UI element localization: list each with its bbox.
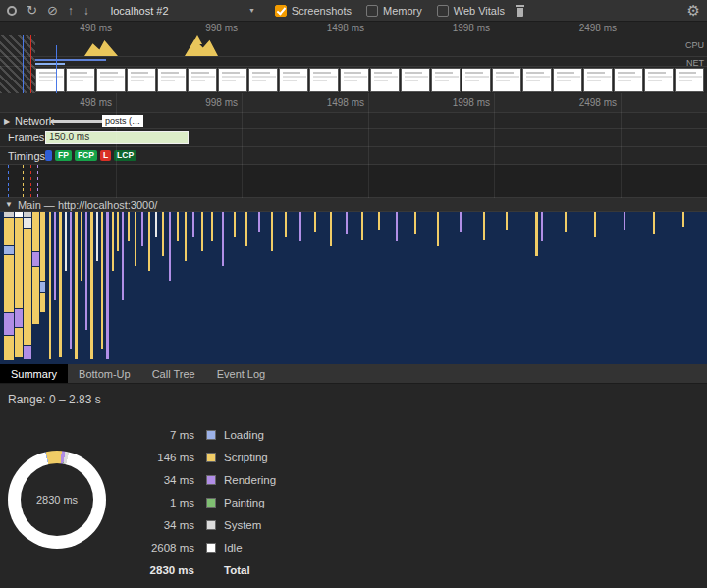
screenshot-thumbnail[interactable] bbox=[35, 68, 65, 92]
flame-event[interactable] bbox=[185, 212, 187, 261]
checkbox-web-vitals[interactable]: Web Vitals bbox=[437, 5, 505, 17]
flame-event[interactable] bbox=[117, 212, 119, 251]
frames-track[interactable]: Frames 150.0 ms bbox=[0, 129, 707, 147]
network-request-chip[interactable]: posts (… bbox=[102, 115, 143, 127]
screenshot-thumbnail[interactable] bbox=[644, 68, 674, 92]
tab-bottom-up[interactable]: Bottom-Up bbox=[68, 364, 141, 383]
flame-event[interactable] bbox=[653, 212, 655, 234]
settings-gear-icon[interactable]: ⚙ bbox=[687, 3, 700, 18]
flame-event[interactable] bbox=[437, 212, 439, 246]
flame-event[interactable] bbox=[258, 212, 260, 232]
screenshot-thumbnail[interactable] bbox=[370, 68, 400, 92]
tab-call-tree[interactable]: Call Tree bbox=[141, 364, 206, 383]
flame-event[interactable] bbox=[330, 212, 332, 246]
record-icon[interactable] bbox=[7, 6, 17, 16]
flame-event[interactable] bbox=[128, 212, 130, 241]
flame-event[interactable] bbox=[285, 212, 287, 237]
flame-event[interactable] bbox=[414, 212, 416, 234]
flame-event[interactable] bbox=[169, 212, 171, 281]
screenshot-thumbnail[interactable] bbox=[340, 68, 369, 92]
screenshot-thumbnail[interactable] bbox=[401, 68, 430, 92]
flame-event[interactable] bbox=[59, 212, 62, 357]
flame-event[interactable] bbox=[565, 212, 567, 232]
flame-event[interactable] bbox=[211, 212, 213, 241]
screenshot-thumbnail[interactable] bbox=[522, 68, 552, 92]
main-flame-chart[interactable] bbox=[0, 212, 707, 364]
flame-stack[interactable] bbox=[4, 212, 14, 361]
flame-event[interactable] bbox=[70, 212, 72, 349]
screenshot-thumbnail[interactable] bbox=[431, 68, 461, 92]
reload-icon[interactable]: ↻ bbox=[27, 4, 37, 17]
timing-marker-dcl[interactable] bbox=[45, 150, 52, 161]
flame-event[interactable] bbox=[506, 212, 508, 230]
flame-event[interactable] bbox=[65, 212, 67, 271]
flame-event[interactable] bbox=[346, 212, 348, 234]
load-profile-icon[interactable]: ↑ bbox=[68, 5, 74, 17]
screenshot-thumbnail[interactable] bbox=[279, 68, 308, 92]
screenshot-thumbnail[interactable] bbox=[462, 68, 491, 92]
timeline-overview[interactable]: 498 ms998 ms1498 ms1998 ms2498 ms CPU NE… bbox=[0, 22, 707, 93]
flame-event[interactable] bbox=[85, 212, 87, 330]
flame-event[interactable] bbox=[81, 212, 82, 281]
flame-event[interactable] bbox=[299, 212, 301, 241]
flame-event[interactable] bbox=[162, 212, 164, 256]
flame-stack[interactable] bbox=[40, 212, 45, 313]
flame-event[interactable] bbox=[314, 212, 316, 232]
tab-summary[interactable]: Summary bbox=[0, 364, 68, 383]
flame-event[interactable] bbox=[155, 212, 157, 237]
timings-track[interactable]: Timings FPFCPLLCP bbox=[0, 147, 707, 165]
flame-stack[interactable] bbox=[32, 212, 39, 325]
flame-event[interactable] bbox=[96, 212, 98, 261]
frame-duration-bar[interactable]: 150.0 ms bbox=[45, 131, 189, 144]
flame-event[interactable] bbox=[177, 212, 179, 241]
screenshot-thumbnail[interactable] bbox=[675, 68, 704, 92]
flame-event[interactable] bbox=[535, 212, 538, 256]
screenshot-thumbnail[interactable] bbox=[614, 68, 643, 92]
flame-event[interactable] bbox=[141, 212, 143, 246]
tab-event-log[interactable]: Event Log bbox=[206, 364, 277, 383]
flame-event[interactable] bbox=[201, 212, 203, 251]
save-profile-icon[interactable]: ↓ bbox=[83, 5, 89, 17]
screenshot-thumbnail[interactable] bbox=[66, 68, 95, 92]
flame-event[interactable] bbox=[378, 212, 380, 230]
profile-select[interactable]: localhost #2 ▼ bbox=[107, 3, 259, 19]
screenshot-thumbnail[interactable] bbox=[553, 68, 582, 92]
screenshot-thumbnail[interactable] bbox=[157, 68, 187, 92]
timing-marker-lcp[interactable]: LCP bbox=[114, 150, 136, 161]
timing-marker-l[interactable]: L bbox=[100, 150, 111, 161]
flame-event[interactable] bbox=[106, 212, 109, 359]
flame-event[interactable] bbox=[271, 212, 273, 251]
screenshot-thumbnail[interactable] bbox=[127, 68, 156, 92]
checkbox-screenshots[interactable]: Screenshots bbox=[275, 5, 352, 17]
screenshot-thumbnail[interactable] bbox=[96, 68, 126, 92]
flame-event[interactable] bbox=[135, 212, 136, 266]
disclosure-triangle-icon[interactable]: ▶ bbox=[4, 116, 10, 125]
flame-event[interactable] bbox=[112, 212, 114, 271]
trash-icon[interactable] bbox=[515, 4, 525, 17]
timing-marker-fp[interactable]: FP bbox=[55, 150, 72, 161]
flame-stack[interactable] bbox=[24, 212, 31, 360]
flame-event[interactable] bbox=[90, 212, 93, 359]
flame-event[interactable] bbox=[245, 212, 247, 246]
flame-stack[interactable] bbox=[15, 212, 23, 358]
flame-event[interactable] bbox=[192, 212, 194, 237]
main-thread-header[interactable]: ▼ Main — http://localhost:3000/ bbox=[0, 198, 707, 212]
screenshot-thumbnail[interactable] bbox=[248, 68, 278, 92]
clear-icon[interactable]: ⊘ bbox=[47, 4, 58, 17]
flame-event[interactable] bbox=[594, 212, 596, 237]
screenshot-thumbnail[interactable] bbox=[218, 68, 247, 92]
flame-event[interactable] bbox=[234, 212, 236, 237]
flame-event[interactable] bbox=[49, 212, 51, 359]
flame-event[interactable] bbox=[148, 212, 150, 271]
screenshot-thumbnail[interactable] bbox=[188, 68, 217, 92]
flame-event[interactable] bbox=[222, 212, 224, 266]
flame-event[interactable] bbox=[396, 212, 398, 241]
screenshot-thumbnail[interactable] bbox=[583, 68, 613, 92]
flame-event[interactable] bbox=[54, 212, 56, 300]
flame-event[interactable] bbox=[483, 212, 485, 240]
screenshot-thumbnail[interactable] bbox=[309, 68, 339, 92]
screenshot-thumbnail[interactable] bbox=[492, 68, 521, 92]
flame-event[interactable] bbox=[101, 212, 103, 349]
flame-event[interactable] bbox=[361, 212, 363, 240]
timing-marker-fcp[interactable]: FCP bbox=[75, 150, 97, 161]
